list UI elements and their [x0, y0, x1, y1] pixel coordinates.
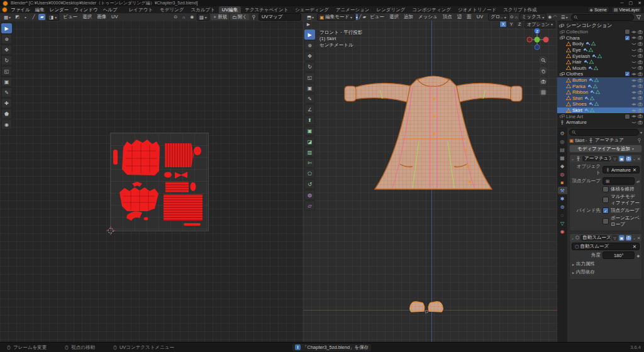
hide-eye-icon[interactable] [631, 41, 636, 47]
snap-magnet-icon[interactable]: ∩ [515, 14, 518, 20]
editor-type-uv-button[interactable]: ▦▾ [2, 14, 13, 20]
workspace-tab[interactable]: シェーディング [292, 6, 332, 13]
mirror-axis-button[interactable]: X [499, 21, 507, 28]
proportional-edit-icon[interactable]: ◉ [548, 14, 552, 20]
uvmap-field[interactable]: UVマップ [258, 13, 301, 21]
uv-select-vertex-icon[interactable]: ▪ [22, 14, 29, 20]
hide-eye-icon[interactable] [631, 60, 636, 65]
uv-select-face-icon[interactable]: ▰ [38, 14, 45, 20]
viewport-tool-button[interactable]: ▣ [304, 83, 315, 93]
uv-tool-button[interactable]: ⬟ [1, 109, 12, 119]
uv-2d-cursor[interactable] [106, 226, 115, 235]
hide-eye-icon[interactable] [631, 120, 636, 125]
viewport-tool-button[interactable]: ↻ [304, 62, 315, 72]
menu-item[interactable]: レンダー [47, 7, 72, 13]
outliner-row[interactable]: Eye [557, 47, 644, 53]
modifier-name-field[interactable]: アーマチュア [582, 156, 611, 162]
disable-render-camera-icon[interactable] [638, 114, 643, 119]
workspace-tab[interactable]: ジオメトリノード [455, 6, 499, 13]
animate-angle-icon[interactable]: ◆ [636, 253, 640, 258]
outliner-row[interactable]: Chara ✓ [557, 35, 644, 41]
disable-render-camera-icon[interactable] [638, 120, 643, 125]
viewport-menu-item[interactable]: 面 [464, 14, 474, 20]
outliner-row[interactable]: Ribbon [557, 89, 644, 96]
properties-tab[interactable]: ◍ [558, 170, 567, 178]
editor-type-3d-button[interactable]: ⬒▾ [305, 14, 316, 20]
uv-tool-button[interactable]: ✚ [1, 98, 12, 108]
outliner-search-input[interactable] [571, 14, 634, 21]
snap-magnet-icon[interactable]: ∩ [180, 14, 187, 20]
uv-tool-button[interactable]: ▶ [1, 23, 12, 33]
camera-view-icon[interactable] [539, 77, 547, 85]
uv-select-edge-icon[interactable]: ╱ [30, 14, 37, 20]
scene-selector[interactable]: ◈ Scene [587, 6, 609, 13]
disable-render-camera-icon[interactable] [638, 78, 643, 83]
collection-checkbox[interactable]: ✓ [625, 71, 630, 77]
angle-value-slider[interactable]: 180° [602, 251, 635, 259]
properties-tab[interactable]: ⚒ [558, 187, 567, 194]
minimize-button[interactable]: ─ [621, 1, 624, 6]
axis-gizmo[interactable]: Z [525, 27, 550, 52]
viewport-canvas[interactable]: ▶ XYZ オプション▾ ▶⊕✥↻◱▣✎∠⬆▣◪▥✄⬠↺◍▱ フロント・平行投影… [303, 21, 557, 343]
viewport-menu-item[interactable]: 辺 [455, 14, 465, 20]
properties-search-input[interactable] [569, 129, 639, 136]
close-button[interactable]: ✕ [638, 1, 641, 6]
armature-object-field[interactable]: Armature ✕ [602, 166, 640, 173]
workspace-tab[interactable]: UV編集 [219, 6, 241, 13]
pivot-point-icon[interactable]: ⊙ [172, 14, 179, 20]
select-mode-vertex-icon[interactable]: ▪ [356, 14, 357, 20]
disable-render-camera-icon[interactable] [638, 96, 643, 101]
disable-render-camera-icon[interactable] [638, 65, 643, 70]
active-tool-icon[interactable]: ▶ [305, 21, 312, 28]
workspace-tab[interactable]: アニメーション [333, 6, 373, 13]
viewport-tool-button[interactable]: ◱ [304, 72, 315, 82]
hide-eye-icon[interactable] [631, 108, 636, 113]
modifier-close-icon[interactable]: ✕ [637, 157, 640, 161]
mode-dropdown[interactable]: ▣ 編集モード ▾ [317, 13, 355, 21]
model-shoes[interactable] [408, 299, 445, 316]
report-message[interactable]: i 「Chapter3_5zd.blend」を保存 [292, 344, 371, 351]
collapse-chevron-icon[interactable]: ⌄ [571, 236, 574, 240]
mirror-axis-button[interactable]: Z [516, 21, 523, 28]
unlink-node-group-icon[interactable]: ✕ [633, 244, 636, 250]
viewport-menu-item[interactable]: 選択 [387, 14, 401, 20]
outliner-row[interactable]: Armature [557, 119, 644, 126]
outliner-row[interactable]: Hair [557, 59, 644, 65]
extras-chevron-icon[interactable]: ⌄ [633, 157, 636, 161]
workspace-tab[interactable]: スクリプト作成 [500, 6, 540, 13]
select-mode-face-icon[interactable]: ▰ [363, 14, 366, 20]
viewport-menu-item[interactable]: ビュー [367, 14, 387, 20]
properties-tab[interactable]: ◆ [558, 162, 567, 170]
hide-eye-icon[interactable] [631, 84, 636, 89]
properties-tab[interactable]: ⚙ [558, 129, 567, 137]
zoom-icon[interactable] [539, 56, 547, 64]
breadcrumb-modifier[interactable]: アーマチュア [595, 137, 624, 143]
viewport-tool-button[interactable]: ⬆ [304, 115, 315, 125]
workspace-tab[interactable]: スカルプト [187, 6, 218, 13]
collapse-chevron-icon[interactable]: ⌄ [571, 157, 574, 161]
outliner-row[interactable]: Clothes ✓ [557, 71, 644, 77]
disable-render-camera-icon[interactable] [638, 30, 643, 35]
properties-tab[interactable]: ✱ [558, 195, 567, 202]
toggle-render-icon[interactable] [626, 235, 631, 241]
filter-funnel-icon[interactable] [635, 14, 642, 20]
uv-canvas[interactable]: ▶⊕✥↻◱▣✎✚⬟◉ [0, 21, 303, 343]
maximize-button[interactable]: ▢ [629, 1, 633, 6]
bind-vertex-groups-checkbox[interactable]: ✓ [602, 207, 609, 214]
disable-render-camera-icon[interactable] [638, 102, 643, 107]
image-browse-dropdown[interactable]: ▨▾ [197, 13, 209, 21]
uv-tool-button[interactable]: ↻ [1, 55, 12, 65]
toggle-render-icon[interactable] [626, 156, 631, 162]
snap-target-dropdown[interactable]: ミックス▾ [519, 13, 547, 21]
proportional-edit-icon[interactable]: ◉ [189, 14, 196, 20]
viewport-tool-button[interactable]: ▶ [304, 30, 315, 40]
extras-chevron-icon[interactable]: ⌄ [633, 236, 636, 240]
viewport-tool-button[interactable]: ✎ [304, 94, 315, 104]
select-mode-edge-icon[interactable]: ╱ [359, 14, 362, 20]
workspace-tab[interactable]: モデリング [157, 6, 187, 13]
outliner-row[interactable]: Button [557, 77, 644, 84]
disable-render-camera-icon[interactable] [638, 72, 643, 77]
disable-render-camera-icon[interactable] [638, 53, 643, 58]
pivot-point-icon[interactable]: ⊙ [510, 14, 514, 20]
view-layer-selector[interactable]: ▤ ViewLayer [611, 6, 642, 13]
